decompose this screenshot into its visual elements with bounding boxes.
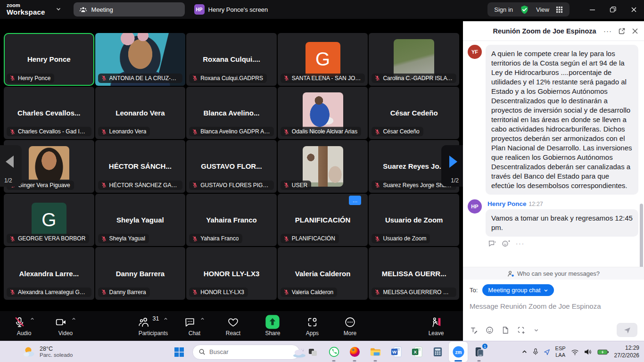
- privacy-bar[interactable]: Who can see your messages?: [463, 267, 644, 280]
- file-icon[interactable]: [502, 326, 509, 334]
- participants-button[interactable]: 31 Participants: [138, 312, 169, 340]
- tray-chevron-up-icon[interactable]: [521, 349, 528, 355]
- participant-tile[interactable]: Danny BarreraDanny Barrera: [95, 247, 186, 300]
- screenshot-icon[interactable]: [517, 326, 526, 334]
- participant-tile[interactable]: César CedeñoCésar Cedeño: [369, 87, 459, 140]
- participant-tile[interactable]: Blanca Avelino...Blanca Avelino GADPR AN…: [186, 87, 277, 140]
- participant-tile[interactable]: HÉCTOR SÁNCH...HÉCTOR SÁNCHEZ GAD AT...: [95, 140, 186, 193]
- video-chevron-icon[interactable]: [71, 316, 76, 321]
- volume-icon[interactable]: [584, 348, 592, 355]
- participant-tile[interactable]: Charles Cevallos...Charles Cevallos - Ga…: [4, 87, 94, 140]
- participant-tile[interactable]: Valeria CalderonValeria Calderon: [278, 247, 368, 300]
- minimize-button[interactable]: [582, 0, 603, 19]
- participant-tile[interactable]: USER: [278, 140, 368, 193]
- battery-icon[interactable]: [597, 349, 609, 355]
- chat-message-input[interactable]: [470, 302, 637, 310]
- participant-label: Odalis Nicole Alcivar Arias: [281, 127, 361, 136]
- reply-icon[interactable]: [488, 240, 496, 247]
- participant-label: Usuario de Zoom: [372, 234, 430, 243]
- task-view-icon[interactable]: [304, 342, 322, 362]
- participant-tile[interactable]: Usuario de ZoomUsuario de Zoom: [369, 194, 459, 247]
- search-input[interactable]: [209, 348, 292, 355]
- audio-chevron-icon[interactable]: [30, 316, 35, 321]
- taskbar-clock[interactable]: 12:29 27/2/2026: [614, 345, 639, 359]
- participant-tile[interactable]: Sheyla YagualSheyla Yagual: [95, 194, 186, 247]
- leave-button[interactable]: Leave: [422, 312, 450, 340]
- add-reaction-icon[interactable]: [502, 240, 510, 247]
- tab-meeting[interactable]: Meeting: [74, 2, 185, 16]
- chat-popout-icon[interactable]: [618, 27, 626, 35]
- start-icon[interactable]: [170, 342, 189, 362]
- participant-label: ANTONIA DE LA CRUZ-GA...: [98, 74, 183, 83]
- tile-more-button[interactable]: …: [349, 196, 361, 205]
- sign-in-button[interactable]: Sign in: [494, 6, 513, 13]
- participant-tile[interactable]: Roxana Culqui....Roxana Culqui.GADPRS: [186, 33, 277, 86]
- leave-label: Leave: [429, 330, 444, 337]
- previous-page-button[interactable]: 1/2: [0, 145, 22, 187]
- phone-icon[interactable]: 1: [470, 342, 488, 362]
- weather-widget[interactable]: 28°C Parc. soleado: [23, 341, 73, 362]
- participant-label: MELISSA GUERRERO GADP...: [372, 288, 456, 297]
- participant-tile[interactable]: ANTONIA DE LA CRUZ-GA...: [95, 33, 186, 86]
- chat-chevron-icon[interactable]: [200, 316, 205, 321]
- video-button[interactable]: Video: [52, 312, 79, 340]
- tab-screen-label: Henry Ponce's screen: [208, 6, 268, 13]
- composer-chevron-icon[interactable]: [534, 328, 539, 333]
- whatsapp-icon[interactable]: [324, 342, 343, 362]
- view-button[interactable]: View: [536, 6, 549, 13]
- participants-chevron-icon[interactable]: [163, 316, 168, 321]
- participant-tile[interactable]: Yahaira FrancoYahaira Franco: [186, 194, 277, 247]
- participant-tile[interactable]: Alexandra Larre...Alexandra Larreategui …: [4, 247, 94, 300]
- word-icon[interactable]: W: [387, 342, 405, 362]
- apps-button[interactable]: Apps: [298, 312, 326, 340]
- chat-close-icon[interactable]: [632, 28, 638, 34]
- emoji-icon[interactable]: [486, 326, 494, 334]
- participant-tile[interactable]: HONOR LLY-LX3HONOR LLY-LX3: [186, 247, 277, 300]
- chat-scrollbar[interactable]: [640, 204, 643, 267]
- close-button[interactable]: [623, 0, 644, 19]
- privacy-text: Who can see your messages?: [517, 270, 600, 277]
- participant-tile[interactable]: GSANTA ELENA - SAN JOSÉ ...: [278, 33, 368, 86]
- wifi-icon[interactable]: [571, 349, 579, 355]
- windows-taskbar: 28°C Parc. soleado WXzm1 ESP LAA 12:29 2…: [0, 341, 644, 362]
- participant-tile[interactable]: Carolina C.-GADPR ISLA SA...: [369, 33, 459, 86]
- participant-label: GEORGE VERA BORBOR: [7, 234, 89, 243]
- chat-panel: Reunión Zoom de Joe Espinoza ··· YF A qu…: [463, 21, 644, 341]
- chat-more-icon[interactable]: ···: [603, 27, 612, 35]
- zoom-icon[interactable]: zm: [449, 342, 468, 362]
- language-indicator[interactable]: ESP LAA: [555, 346, 566, 358]
- message-sender[interactable]: Henry Ponce: [487, 200, 527, 207]
- recipient-selector[interactable]: Meeting group chat: [482, 284, 553, 296]
- tray-location-icon[interactable]: [544, 349, 550, 355]
- format-text-icon[interactable]: [470, 326, 478, 334]
- firefox-icon[interactable]: [345, 342, 364, 362]
- participant-tile[interactable]: Odalis Nicole Alcivar Arias: [278, 87, 368, 140]
- tab-henry-ponce-screen[interactable]: HP Henry Ponce's screen: [194, 4, 268, 15]
- mic-muted-icon: [101, 129, 107, 135]
- audio-button[interactable]: Audio: [10, 312, 38, 340]
- tray-mic-icon[interactable]: [533, 348, 538, 355]
- next-page-button[interactable]: 1/2: [441, 145, 463, 187]
- view-grid-icon[interactable]: [556, 6, 563, 13]
- message-more-icon[interactable]: ···: [516, 240, 525, 247]
- excel-icon[interactable]: X: [407, 342, 426, 362]
- restore-button[interactable]: [603, 0, 623, 19]
- message-bubble: A quien le compete crear la ley para los…: [486, 45, 638, 195]
- taskbar-search[interactable]: [192, 345, 300, 360]
- share-button[interactable]: Share: [259, 312, 286, 340]
- workspace-chevron-down-icon[interactable]: [56, 6, 61, 13]
- react-button[interactable]: React: [219, 312, 247, 340]
- more-button[interactable]: More: [336, 312, 363, 340]
- send-button[interactable]: [617, 323, 637, 337]
- participant-tile[interactable]: MELISSA GUERR...MELISSA GUERRERO GADP...: [369, 247, 459, 300]
- explorer-icon[interactable]: [366, 342, 385, 362]
- participant-tile[interactable]: Henry PonceHenry Ponce: [4, 33, 94, 86]
- participant-tile[interactable]: Leonardo VeraLeonardo Vera: [95, 87, 186, 140]
- participant-tile[interactable]: GGEORGE VERA BORBOR: [4, 194, 94, 247]
- svg-text:zm: zm: [455, 350, 462, 355]
- participant-tile[interactable]: GUSTAVO FLOR...GUSTAVO FLORES PIGUAVE: [186, 140, 277, 193]
- calculator-icon[interactable]: [428, 342, 447, 362]
- shield-check-icon[interactable]: [520, 5, 529, 15]
- participant-tile[interactable]: PLANIFICACIÓNPLANIFICACIÓN…: [278, 194, 368, 247]
- chat-button[interactable]: Chat: [181, 312, 208, 340]
